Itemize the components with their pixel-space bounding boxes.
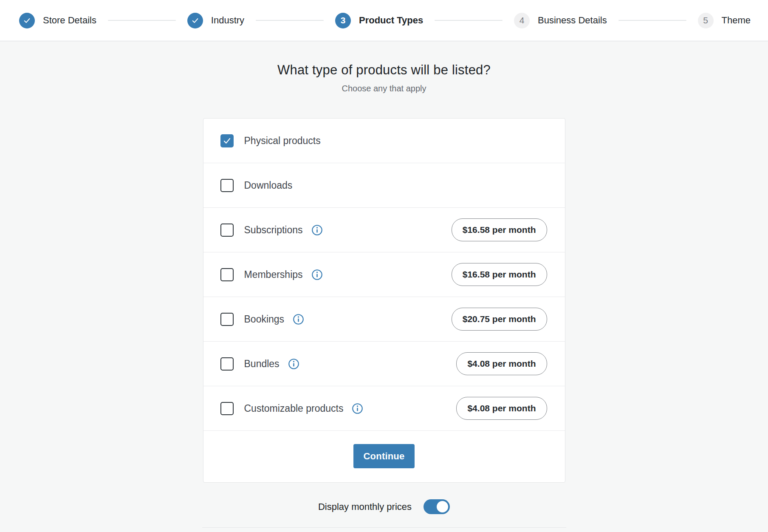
product-label: Bundles xyxy=(244,358,280,370)
info-icon[interactable] xyxy=(288,358,299,370)
checkbox-physical-products-checked[interactable] xyxy=(220,134,234,147)
product-label: Customizable products xyxy=(244,403,344,414)
info-icon[interactable] xyxy=(352,403,363,414)
price-badge: $4.08 per month xyxy=(456,352,547,375)
product-types-card: Physical products Downloads Subscription… xyxy=(203,118,565,483)
checkbox-downloads[interactable] xyxy=(220,179,234,192)
step-label: Store Details xyxy=(43,15,96,26)
checkbox-memberships[interactable] xyxy=(220,268,234,281)
step-label: Product Types xyxy=(359,15,423,26)
stepper-step-business-details: 4 Business Details xyxy=(514,13,607,28)
product-label: Physical products xyxy=(244,135,321,147)
product-label: Memberships xyxy=(244,269,303,280)
step-label: Industry xyxy=(211,15,244,26)
page-title: What type of products will be listed? xyxy=(0,62,768,78)
stepper-connector xyxy=(618,20,686,21)
product-row-customizable-products[interactable]: Customizable products $4.08 per month xyxy=(203,386,565,431)
stepper-connector xyxy=(435,20,503,21)
product-row-bundles[interactable]: Bundles $4.08 per month xyxy=(203,342,565,386)
checkbox-bookings[interactable] xyxy=(220,313,234,326)
step-number-badge: 3 xyxy=(335,13,351,28)
continue-button[interactable]: Continue xyxy=(353,444,415,468)
product-label: Subscriptions xyxy=(244,224,303,236)
product-row-subscriptions[interactable]: Subscriptions $16.58 per month xyxy=(203,208,565,252)
product-row-memberships[interactable]: Memberships $16.58 per month xyxy=(203,252,565,297)
product-label: Bookings xyxy=(244,314,285,325)
toggle-knob xyxy=(437,501,448,512)
monthly-prices-toggle-row: Display monthly prices xyxy=(0,499,768,514)
product-label: Downloads xyxy=(244,180,293,191)
info-icon[interactable] xyxy=(293,314,304,325)
product-row-bookings[interactable]: Bookings $20.75 per month xyxy=(203,297,565,342)
toggle-label: Display monthly prices xyxy=(318,501,412,512)
section-divider xyxy=(202,527,566,528)
step-number-badge: 5 xyxy=(698,13,714,28)
product-row-physical-products[interactable]: Physical products xyxy=(203,119,565,163)
stepper-step-store-details[interactable]: Store Details xyxy=(19,13,96,28)
price-badge: $16.58 per month xyxy=(452,218,547,241)
step-complete-check-icon xyxy=(187,13,203,28)
page-subtitle: Choose any that apply xyxy=(0,84,768,93)
info-icon[interactable] xyxy=(311,224,323,236)
info-icon[interactable] xyxy=(311,269,323,280)
price-badge: $16.58 per month xyxy=(452,263,547,286)
step-number-badge: 4 xyxy=(514,13,530,28)
step-complete-check-icon xyxy=(19,13,35,28)
price-badge: $4.08 per month xyxy=(456,397,547,420)
checkbox-bundles[interactable] xyxy=(220,357,234,371)
stepper-step-theme: 5 Theme xyxy=(698,13,751,28)
monthly-prices-toggle-on[interactable] xyxy=(424,499,450,514)
card-footer: Continue xyxy=(203,431,565,482)
checkbox-customizable-products[interactable] xyxy=(220,402,234,415)
setup-wizard-stepper: Store Details Industry 3 Product Types 4… xyxy=(0,0,768,41)
checkbox-subscriptions[interactable] xyxy=(220,224,234,237)
step-label: Business Details xyxy=(538,15,607,26)
stepper-step-product-types[interactable]: 3 Product Types xyxy=(335,13,423,28)
stepper-connector xyxy=(108,20,176,21)
price-badge: $20.75 per month xyxy=(452,308,547,331)
stepper-step-industry[interactable]: Industry xyxy=(187,13,244,28)
stepper-connector xyxy=(256,20,324,21)
step-label: Theme xyxy=(722,15,751,26)
product-row-downloads[interactable]: Downloads xyxy=(203,163,565,208)
